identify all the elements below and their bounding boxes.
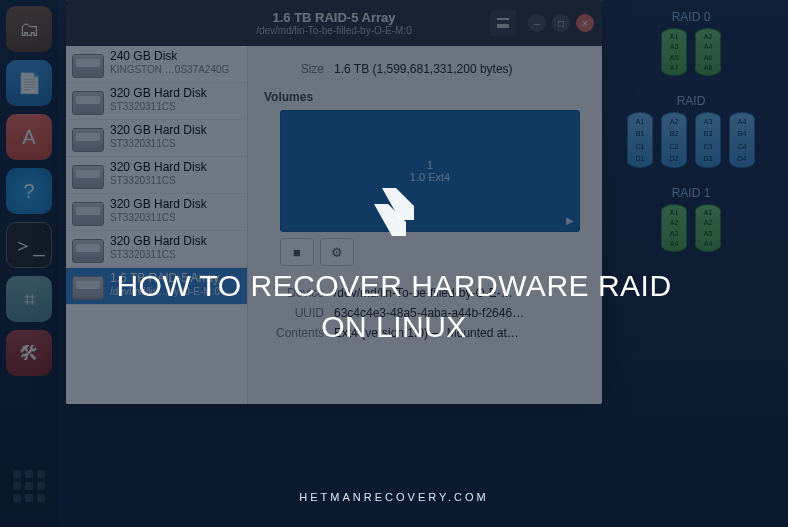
overlay-title: HOW TO RECOVER HARDWARE RAID ON LINUX <box>114 266 674 347</box>
brand-logo-icon <box>362 180 426 244</box>
overlay-site: HETMANRECOVERY.COM <box>0 491 788 503</box>
promo-overlay: HOW TO RECOVER HARDWARE RAID ON LINUX HE… <box>0 0 788 527</box>
